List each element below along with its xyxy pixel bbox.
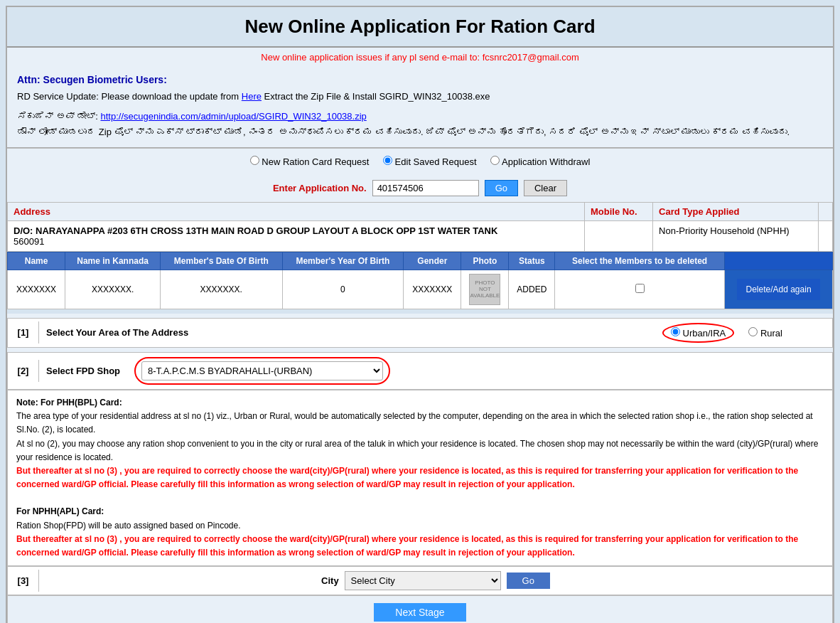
note-line5: But thereafter at sl no (3) , you are re… [16, 533, 824, 560]
note-nphh-title: For NPHH(APL) Card: [16, 506, 104, 516]
member-checkbox[interactable] [635, 284, 645, 293]
urban-label: Urban/IRA [683, 328, 726, 339]
area-radio-group: Urban/IRA Rural [203, 323, 825, 343]
app-no-input[interactable] [372, 180, 479, 196]
col-extra [819, 202, 833, 220]
member-dob: XXXXXXX. [160, 270, 282, 309]
next-stage-button[interactable]: Next Stage [374, 603, 465, 622]
section-2-row: [2] Select FPD Shop 8-T.A.P.C.M.S BYADRA… [7, 352, 833, 390]
member-name: XXXXXXX [8, 270, 65, 309]
col-action [725, 252, 833, 270]
mobile-value [584, 220, 652, 251]
kannada-link[interactable]: http://secugenindia.com/admin/upload/SGI… [100, 111, 366, 122]
col-dob: Member's Date Of Birth [160, 252, 282, 270]
section-3-content: City Select City Go [39, 567, 832, 595]
member-gender: XXXXXXX [404, 270, 461, 309]
note-line3: But thereafter at sl no (3) , you are re… [16, 464, 824, 491]
col-photo: Photo [461, 252, 509, 270]
section-2-label: Select FPD Shop [39, 360, 127, 382]
member-photo: PHOTONOTAVAILABLE [461, 270, 509, 309]
address-value: D/O: NARAYANAPPA #203 6TH CROSS 13TH MAI… [8, 220, 585, 251]
attn-text: RD Service Update: Please download the u… [17, 90, 823, 105]
rural-radio[interactable] [748, 327, 758, 336]
rural-radio-label[interactable]: Rural [748, 327, 782, 339]
clear-button[interactable]: Clear [524, 180, 567, 196]
rural-label: Rural [760, 328, 782, 339]
col-address: Address [8, 202, 585, 220]
col-card-type: Card Type Applied [653, 202, 819, 220]
city-label: City [321, 575, 339, 586]
col-mobile: Mobile No. [584, 202, 652, 220]
go-button[interactable]: Go [485, 180, 518, 196]
address-table: Address Mobile No. Card Type Applied D/O… [7, 202, 833, 252]
col-yob: Member's Year Of Birth [282, 252, 404, 270]
note-bpl-title: Note: For PHH(BPL) Card: [16, 398, 122, 408]
section-1-content: Urban/IRA Rural [195, 319, 832, 347]
member-name-kn: XXXXXXX. [65, 270, 161, 309]
note-line1: The area type of your residential addres… [16, 410, 824, 437]
delete-add-again-button[interactable]: Delete/Add again [737, 279, 819, 300]
photo-placeholder: PHOTONOTAVAILABLE [469, 274, 500, 305]
section-2-content: 8-T.A.P.C.M.S BYADRAHALLI-(URBAN) [127, 353, 832, 389]
extra-cell [819, 220, 833, 251]
attn-box: Attn: Secugen Biometric Users: RD Servic… [7, 67, 833, 148]
note-box: Note: For PHH(BPL) Card: The area type o… [7, 390, 833, 566]
members-table: Name Name in Kannada Member's Date Of Bi… [7, 252, 833, 309]
member-status: ADDED [509, 270, 555, 309]
col-gender: Gender [404, 252, 461, 270]
card-type-value: Non-Priority Household (NPHH) [653, 220, 819, 251]
city-go-button[interactable]: Go [507, 573, 550, 589]
fpd-shop-select[interactable]: 8-T.A.P.C.M.S BYADRAHALLI-(URBAN) [141, 361, 383, 380]
note-line4: Ration Shop(FPD) will be auto assigned b… [16, 519, 824, 533]
table-row: XXXXXXX XXXXXXX. XXXXXXX. 0 XXXXXXX PHOT… [8, 270, 833, 309]
member-yob: 0 [282, 270, 404, 309]
attn-kannada: ಸೆಕುಜೆನ್ ಅಪ್ ಡೇಟ್: http://secugenindia.c… [17, 109, 823, 140]
urban-radio-label[interactable]: Urban/IRA [662, 323, 734, 343]
radio-withdraw[interactable]: Application Withdrawl [490, 156, 590, 167]
section-1-row: [1] Select Your Area of The Address Urba… [7, 318, 833, 348]
section-1-label: Select Your Area of The Address [39, 321, 195, 344]
delete-cell: Delete/Add again [725, 270, 833, 309]
app-no-label: Enter Application No. [273, 183, 367, 193]
request-type-section: New Ration Card Request Edit Saved Reque… [7, 148, 833, 174]
attn-title: Attn: Secugen Biometric Users: [17, 74, 823, 85]
page-title: New Online Application For Ration Card [7, 7, 833, 48]
section-2-num: [2] [8, 360, 39, 382]
member-checkbox-cell[interactable] [555, 270, 725, 309]
here-link[interactable]: Here [242, 91, 262, 102]
col-status: Status [509, 252, 555, 270]
section-3-row: [3] City Select City Go [7, 566, 833, 595]
city-select[interactable]: Select City [345, 571, 501, 590]
radio-new[interactable]: New Ration Card Request [250, 156, 372, 167]
note-line2: At sl no (2), you may choose any ration … [16, 437, 824, 464]
notice-bar: New online application issues if any pl … [7, 48, 833, 67]
section-3-num: [3] [8, 570, 39, 592]
app-no-row: Enter Application No. Go Clear [7, 174, 833, 202]
section-1-num: [1] [8, 321, 39, 344]
next-stage-row: Next Stage [7, 595, 833, 623]
radio-edit[interactable]: Edit Saved Request [383, 156, 479, 167]
urban-radio[interactable] [671, 327, 680, 336]
col-select-delete: Select the Members to be deleted [555, 252, 725, 270]
col-name-kn: Name in Kannada [65, 252, 161, 270]
col-name: Name [8, 252, 65, 270]
